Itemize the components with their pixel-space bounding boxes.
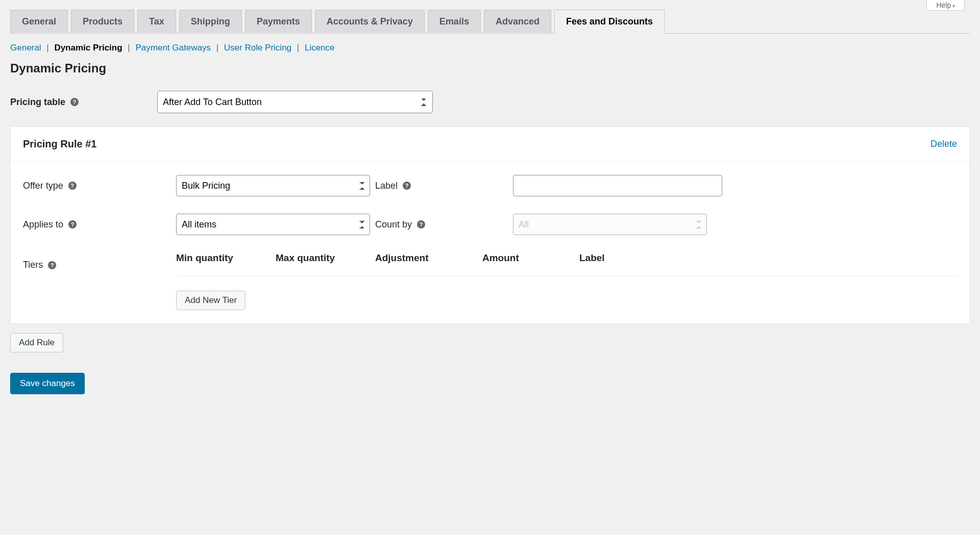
col-adjustment: Adjustment <box>375 252 482 264</box>
label-input[interactable] <box>513 175 722 196</box>
applies-to-label: Applies to ? <box>23 219 176 230</box>
subnav-payment-gateways[interactable]: Payment Gateways <box>135 43 210 53</box>
label-text: Offer type <box>23 181 63 191</box>
help-icon[interactable]: ? <box>48 261 56 269</box>
page-title: Dynamic Pricing <box>10 61 970 75</box>
sub-nav: General | Dynamic Pricing | Payment Gate… <box>10 43 970 53</box>
count-by-label: Count by ? <box>375 219 513 230</box>
col-min-quantity: Min quantity <box>176 252 276 264</box>
tiers-header-row: Min quantity Max quantity Adjustment Amo… <box>176 252 957 276</box>
tab-advanced[interactable]: Advanced <box>484 10 551 34</box>
col-amount: Amount <box>482 252 579 264</box>
label-text: Applies to <box>23 219 63 230</box>
label-text: Count by <box>375 219 412 230</box>
separator: | <box>125 43 133 53</box>
tiers-columns: Min quantity Max quantity Adjustment Amo… <box>176 252 957 310</box>
subnav-dynamic-pricing[interactable]: Dynamic Pricing <box>54 43 122 53</box>
offer-type-select[interactable]: Bulk Pricing <box>176 175 370 196</box>
pricing-rule-panel: Pricing Rule #1 Delete Offer type ? Bulk… <box>10 126 970 324</box>
separator: | <box>213 43 222 53</box>
rule-header: Pricing Rule #1 Delete <box>11 127 969 162</box>
help-icon[interactable]: ? <box>68 220 77 228</box>
help-tab[interactable]: Help <box>926 0 965 11</box>
tab-tax[interactable]: Tax <box>137 10 176 34</box>
separator: | <box>43 43 52 53</box>
help-icon[interactable]: ? <box>417 220 425 228</box>
pricing-table-select[interactable]: After Add To Cart Button <box>157 91 433 113</box>
tiers-label: Tiers ? <box>23 252 176 270</box>
separator: | <box>294 43 302 53</box>
main-tab-nav: General Products Tax Shipping Payments A… <box>10 9 970 34</box>
offer-type-label: Offer type ? <box>23 181 176 191</box>
tab-payments[interactable]: Payments <box>245 10 312 34</box>
count-by-select: All <box>513 214 707 235</box>
tab-fees-discounts[interactable]: Fees and Discounts <box>554 10 665 34</box>
tab-accounts[interactable]: Accounts & Privacy <box>315 10 425 34</box>
applies-to-select[interactable]: All items <box>176 214 370 235</box>
col-label: Label <box>579 252 957 264</box>
pricing-table-row: Pricing table ? After Add To Cart Button <box>10 91 970 113</box>
subnav-general[interactable]: General <box>10 43 41 53</box>
tab-general[interactable]: General <box>10 10 68 34</box>
add-new-tier-button[interactable]: Add New Tier <box>176 291 246 310</box>
label-text: Label <box>375 181 398 191</box>
tiers-block: Tiers ? Min quantity Max quantity Adjust… <box>23 252 957 310</box>
col-max-quantity: Max quantity <box>276 252 375 264</box>
tab-shipping[interactable]: Shipping <box>179 10 242 34</box>
rule-body: Offer type ? Bulk Pricing Label ? Applie… <box>11 162 969 323</box>
tab-products[interactable]: Products <box>71 10 134 34</box>
rule-title: Pricing Rule #1 <box>23 138 97 150</box>
pricing-table-label: Pricing table ? <box>10 97 148 108</box>
help-icon[interactable]: ? <box>68 182 77 190</box>
label-text: Pricing table <box>10 97 65 108</box>
delete-rule-link[interactable]: Delete <box>930 139 957 149</box>
tab-emails[interactable]: Emails <box>428 10 481 34</box>
help-icon[interactable]: ? <box>403 182 411 190</box>
subnav-user-role-pricing[interactable]: User Role Pricing <box>224 43 291 53</box>
help-icon[interactable]: ? <box>70 98 79 106</box>
subnav-licence[interactable]: Licence <box>305 43 335 53</box>
label-text: Tiers <box>23 260 43 270</box>
label-field-label: Label ? <box>375 181 513 191</box>
add-rule-button[interactable]: Add Rule <box>10 333 63 352</box>
save-changes-button[interactable]: Save changes <box>10 373 85 394</box>
